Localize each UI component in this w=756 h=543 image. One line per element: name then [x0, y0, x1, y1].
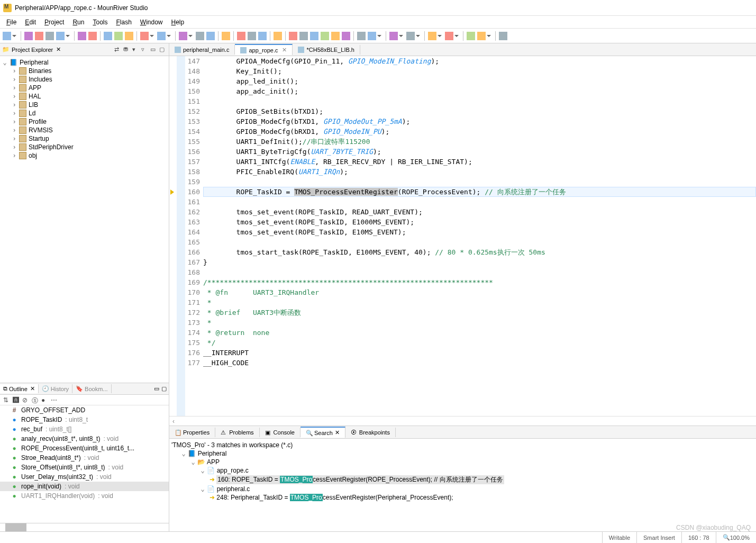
code-line[interactable] [203, 177, 756, 187]
dropdown-arrow-icon[interactable] [66, 35, 70, 37]
dropdown-arrow-icon[interactable] [377, 35, 381, 37]
tree-item-obj[interactable]: ›obj [0, 151, 169, 160]
code-line[interactable]: PFIC_EnableIRQ(UART1_IRQn); [203, 167, 756, 177]
tree-item-binaries[interactable]: ›Binaries [0, 67, 169, 75]
toolbar-button[interactable] [331, 32, 340, 40]
link-icon[interactable]: ⇄ [114, 46, 122, 53]
toolbar-button[interactable] [56, 32, 65, 40]
code-line[interactable]: __HIGH_CODE [203, 358, 756, 368]
tree-item-lib[interactable]: ›LIB [0, 101, 169, 109]
project-root[interactable]: ⌄ 📘 Peripheral [0, 58, 169, 67]
code-line[interactable]: tmos_start_task(ROPE_TaskID, E100MS_EVEN… [203, 247, 756, 257]
close-icon[interactable]: ✕ [335, 429, 340, 436]
expand-toggle[interactable]: › [12, 143, 17, 151]
code-line[interactable]: GPIOB_ModeCfg(bTXD1, GPIO_ModeOut_PP_5mA… [203, 116, 756, 126]
editor-tab[interactable]: *CH58xBLE_LIB.h [293, 45, 360, 55]
collapse-icon[interactable]: ▾ [132, 46, 140, 53]
expand-toggle[interactable]: › [12, 118, 17, 125]
toolbar-button[interactable] [248, 32, 256, 40]
toolbar-button[interactable] [389, 32, 398, 40]
code-line[interactable]: UART1_INTCfg(ENABLE, RB_IER_RECV_RDY | R… [203, 157, 756, 167]
scroll-left-icon[interactable]: ‹ [169, 418, 178, 425]
menu-tools[interactable]: Tools [88, 17, 112, 27]
menu-project[interactable]: Project [40, 17, 68, 27]
outline-item[interactable]: ●User_Delay_ms(uint32_t) : void [0, 472, 169, 482]
editor-area[interactable]: 1471481491501511521531541551561571581591… [169, 56, 756, 416]
toolbar-button[interactable] [196, 32, 204, 40]
close-icon[interactable]: ✕ [30, 385, 35, 392]
code-line[interactable]: GPIOA_ModeCfg(GPIO_Pin_11, GPIO_ModeIN_F… [203, 56, 756, 66]
expand-toggle[interactable]: › [12, 152, 17, 159]
search-project[interactable]: ⌄ 📘 Peripheral [171, 449, 754, 458]
expand-toggle[interactable]: › [12, 84, 17, 92]
bottom-tab-search[interactable]: 🔍Search ✕ [300, 427, 345, 438]
code-line[interactable] [203, 96, 756, 106]
toolbar-button[interactable] [35, 32, 43, 40]
menu-bar[interactable]: FileEditProjectRunToolsFlashWindowHelp [0, 16, 756, 29]
outline-item[interactable]: ●rec_buf : uint8_t[] [0, 424, 169, 434]
filter-icon[interactable]: ⛃ [123, 46, 131, 53]
outline-list[interactable]: #GRYO_OFFSET_ADD●ROPE_TaskID : uint8_t●r… [0, 405, 169, 523]
code-line[interactable]: tmos_set_event(ROPE_TaskID, E10MS_EVENT)… [203, 227, 756, 237]
tab-bookmarks[interactable]: 🔖Bookm... [72, 384, 111, 393]
toolbar-button[interactable] [206, 32, 215, 40]
bottom-tabs[interactable]: 📋Properties⚠Problems▣Console🔍Search ✕⦿Br… [169, 426, 756, 439]
toolbar-button[interactable] [499, 32, 507, 40]
code-line[interactable]: * [203, 297, 756, 307]
maximize-icon[interactable]: ▢ [161, 385, 167, 392]
code-line[interactable]: GPIOB_ModeCfg(bRXD1, GPIO_ModeIN_PU); [203, 126, 756, 137]
code-line[interactable] [203, 267, 756, 277]
code-line[interactable]: * @fn UART3_IRQHandler [203, 287, 756, 297]
outline-item[interactable]: ●rope_init(void) : void [0, 482, 169, 491]
toolbar-button[interactable] [299, 32, 308, 40]
menu-icon[interactable]: ▿ [141, 46, 149, 53]
static-icon[interactable]: ● [41, 396, 49, 404]
minimize-icon[interactable]: ▭ [154, 385, 159, 392]
menu-edit[interactable]: Edit [21, 17, 40, 27]
outline-item[interactable]: ●analy_recv(uint8_t*, uint8_t) : void [0, 434, 169, 444]
code-line[interactable]: * [203, 318, 756, 328]
close-icon[interactable]: ✕ [56, 46, 61, 53]
toolbar-button[interactable] [357, 32, 366, 40]
toolbar-button[interactable] [222, 32, 230, 40]
code-line[interactable]: tmos_set_event(ROPE_TaskID, E1000MS_EVEN… [203, 217, 756, 227]
main-toolbar[interactable] [0, 29, 756, 43]
hide-icon[interactable]: ⊘ [22, 396, 30, 404]
menu-file[interactable]: File [2, 17, 21, 27]
toolbar-button[interactable] [477, 32, 486, 40]
toolbar-button[interactable] [45, 32, 54, 40]
dropdown-arrow-icon[interactable] [454, 35, 459, 37]
scrollbar-thumb[interactable] [5, 523, 26, 531]
code-line[interactable]: GPIOB_SetBits(bTXD1); [203, 106, 756, 116]
toolbar-button[interactable] [321, 32, 329, 40]
expand-toggle[interactable]: › [12, 101, 17, 108]
code-line[interactable]: /***************************************… [203, 277, 756, 287]
close-icon[interactable]: ✕ [282, 47, 287, 53]
code-line[interactable]: ROPE_TaskID = TMOS_ProcessEventRegister(… [203, 187, 756, 197]
toolbar-button[interactable] [125, 32, 133, 40]
editor-tab[interactable]: peripheral_main.c [169, 45, 235, 55]
filter-a-icon[interactable]: 🅰 [13, 396, 20, 404]
expand-toggle[interactable]: › [12, 126, 17, 134]
tab-outline[interactable]: ⧉Outline✕ [0, 384, 39, 393]
search-match[interactable]: ➜ 248: Peripheral_TaskID = TMOS_ProcessE… [171, 493, 754, 502]
toolbar-button[interactable] [428, 32, 436, 40]
code-line[interactable]: app_led_init(); [203, 76, 756, 86]
code-line[interactable]: } [203, 257, 756, 267]
code-line[interactable]: UART1_DefInit();//串口波特率115200 [203, 137, 756, 147]
outline-item[interactable]: ●ROPE_TaskID : uint8_t [0, 415, 169, 424]
dropdown-arrow-icon[interactable] [167, 35, 171, 37]
maximize-icon[interactable]: ▢ [159, 46, 167, 53]
code-line[interactable] [203, 197, 756, 207]
editor-hscroll[interactable]: ‹ [169, 416, 756, 426]
tree-item-ld[interactable]: ›Ld [0, 109, 169, 117]
more-icon[interactable]: ⋯ [51, 396, 58, 404]
toolbar-button[interactable] [274, 32, 282, 40]
tree-item-hal[interactable]: ›HAL [0, 92, 169, 101]
code-line[interactable]: app_adc_init(); [203, 86, 756, 96]
expand-toggle[interactable]: ⌄ [2, 59, 7, 66]
code-line[interactable] [203, 237, 756, 247]
toolbar-button[interactable] [88, 32, 97, 40]
tree-item-app[interactable]: ›APP [0, 84, 169, 92]
dropdown-arrow-icon[interactable] [399, 35, 403, 37]
